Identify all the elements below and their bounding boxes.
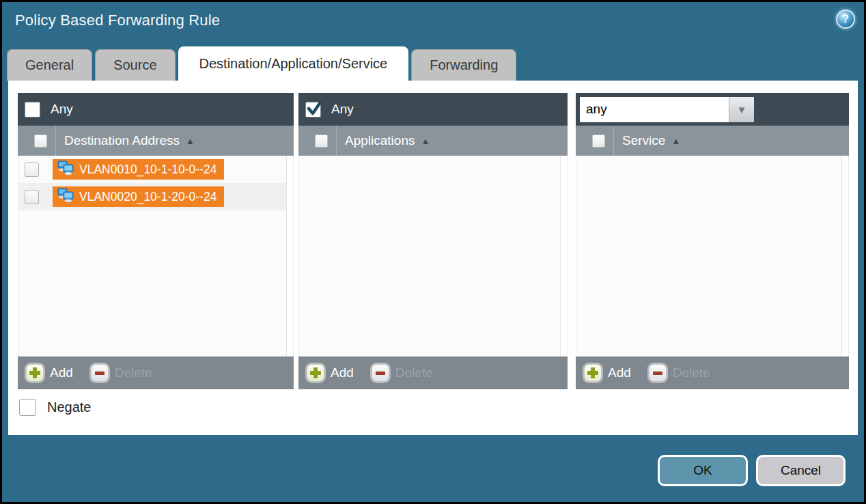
network-computers-icon	[57, 160, 74, 179]
delete-minus-icon	[372, 364, 389, 382]
chevron-down-icon[interactable]: ▼	[729, 97, 754, 122]
add-label: Add	[50, 365, 73, 380]
service-add-button[interactable]: Add	[584, 364, 631, 382]
applications-list	[298, 156, 568, 356]
sort-asc-icon[interactable]: ▲	[671, 137, 680, 145]
list-item: VLAN0010_10-1-10-0--24	[18, 156, 286, 183]
tab-content-panel: Any Destination Address ▲	[8, 81, 858, 435]
help-icon[interactable]: ?	[836, 10, 855, 29]
service-selectall-checkbox[interactable]	[592, 135, 605, 148]
add-label: Add	[608, 365, 631, 380]
address-object-chip[interactable]: VLAN0010_10-1-10-0--24	[53, 159, 224, 180]
delete-label: Delete	[115, 365, 152, 380]
tab-forwarding[interactable]: Forwarding	[411, 49, 516, 81]
destination-header-label: Destination Address	[64, 133, 180, 148]
destination-selectall-checkbox[interactable]	[34, 135, 47, 148]
service-dropdown-value[interactable]: any	[580, 97, 729, 122]
network-computers-icon	[57, 188, 74, 206]
applications-footer: Add Delete	[298, 356, 568, 389]
service-selectall-cell	[584, 126, 614, 156]
address-object-name: VLAN0010_10-1-10-0--24	[79, 163, 216, 177]
applications-selectall-checkbox[interactable]	[315, 135, 328, 148]
add-plus-icon	[307, 364, 324, 382]
negate-checkbox[interactable]	[19, 399, 36, 416]
row-checkbox[interactable]	[25, 163, 39, 177]
destination-selectall-cell	[26, 126, 56, 156]
add-plus-icon	[584, 364, 602, 382]
applications-add-button[interactable]: Add	[307, 364, 354, 382]
destination-any-checkbox[interactable]	[25, 102, 40, 117]
destination-any-label: Any	[51, 102, 73, 117]
service-footer: Add Delete	[576, 356, 849, 389]
service-dropdown[interactable]: any ▼	[580, 97, 754, 122]
row-checkbox[interactable]	[25, 190, 39, 204]
list-item: VLAN0020_10-1-20-0--24	[18, 183, 286, 210]
delete-minus-icon	[91, 364, 109, 382]
policy-forwarding-dialog: Policy Based Forwarding Rule ? General S…	[0, 0, 866, 504]
destination-column-header[interactable]: Destination Address ▲	[18, 126, 294, 156]
delete-minus-icon	[649, 364, 667, 382]
destination-footer: Add Delete	[18, 356, 294, 389]
service-dropdown-bar: any ▼	[576, 93, 849, 126]
dialog-title: Policy Based Forwarding Rule	[15, 12, 220, 29]
destination-add-button[interactable]: Add	[26, 364, 73, 382]
delete-label: Delete	[395, 365, 433, 380]
destination-list: VLAN0010_10-1-10-0--24	[18, 156, 294, 356]
service-header-label: Service	[622, 133, 665, 148]
applications-any-checkbox[interactable]	[305, 102, 321, 117]
service-list	[576, 156, 849, 356]
applications-header-label: Applications	[345, 133, 415, 148]
service-column-header[interactable]: Service ▲	[576, 126, 849, 156]
tab-source[interactable]: Source	[95, 49, 175, 81]
scrollbar[interactable]	[841, 156, 848, 356]
negate-label: Negate	[47, 400, 92, 415]
sort-asc-icon[interactable]: ▲	[421, 137, 430, 145]
service-delete-button[interactable]: Delete	[649, 364, 710, 382]
scrollbar[interactable]	[286, 156, 293, 356]
applications-delete-button[interactable]: Delete	[372, 364, 433, 382]
applications-column-header[interactable]: Applications ▲	[298, 126, 568, 156]
ok-button[interactable]: OK	[658, 455, 748, 486]
applications-column: Any Applications ▲ Add Delete	[298, 93, 568, 389]
delete-label: Delete	[673, 365, 710, 380]
tab-bar: General Source Destination/Application/S…	[7, 46, 516, 81]
destination-any-bar: Any	[18, 93, 294, 126]
scrollbar[interactable]	[560, 156, 567, 356]
checkmark-icon	[305, 100, 324, 119]
applications-any-label: Any	[331, 102, 354, 117]
tab-general[interactable]: General	[7, 49, 92, 81]
destination-address-column: Any Destination Address ▲	[18, 93, 294, 389]
address-object-name: VLAN0020_10-1-20-0--24	[79, 190, 216, 204]
sort-asc-icon[interactable]: ▲	[186, 137, 195, 145]
tab-destination-application-service[interactable]: Destination/Application/Service	[178, 46, 409, 81]
add-plus-icon	[26, 364, 44, 382]
destination-delete-button[interactable]: Delete	[91, 364, 152, 382]
applications-any-bar: Any	[298, 93, 568, 126]
add-label: Add	[331, 365, 354, 380]
address-object-chip[interactable]: VLAN0020_10-1-20-0--24	[53, 186, 224, 207]
service-column: any ▼ Service ▲ Add	[576, 93, 849, 389]
cancel-button[interactable]: Cancel	[756, 455, 846, 486]
negate-row: Negate	[19, 399, 92, 416]
applications-selectall-cell	[307, 126, 337, 156]
